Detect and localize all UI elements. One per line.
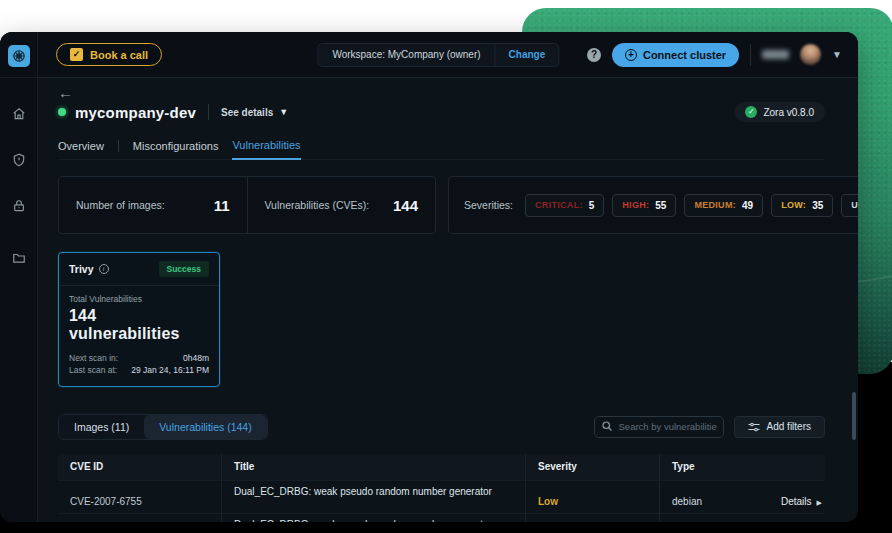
cluster-status-dot: [58, 108, 66, 116]
row-severity: Low: [525, 514, 659, 522]
search-input[interactable]: [594, 416, 724, 438]
row-title: Dual_EC_DRBG: weak pseudo random number …: [221, 514, 525, 522]
see-details-chevron-down-icon: ▼: [279, 107, 288, 117]
column-title: Title: [221, 454, 525, 480]
next-scan-value: 0h48m: [183, 352, 209, 364]
severity-pill-high[interactable]: HIGH: 55: [612, 194, 676, 217]
total-vulnerabilities-value: 144 vulnerabilities: [69, 307, 209, 343]
severity-critical-label: CRITICAL:: [535, 200, 583, 210]
version-badge: ✓ Zora v0.8.0: [734, 102, 825, 122]
topbar: ✓ Book a call Workspace: MyCompany (owne…: [38, 32, 858, 78]
severity-pill-medium[interactable]: MEDIUM: 49: [684, 194, 763, 217]
next-scan-label: Next scan in:: [69, 352, 118, 364]
table-tab-group: Images (11) Vulnerabilities (144): [58, 414, 268, 440]
connect-cluster-button[interactable]: + Connect cluster: [612, 43, 739, 67]
severity-medium-label: MEDIUM:: [694, 200, 736, 210]
table-row[interactable]: CVE-2007-6755 Dual_EC_DRBG: weak pseudo …: [58, 480, 825, 513]
stat-cves-value: 144: [393, 197, 418, 214]
stat-images-value: 11: [214, 197, 230, 214]
tab-overview[interactable]: Overview: [58, 140, 104, 159]
see-details-button[interactable]: See details ▼: [221, 107, 288, 118]
version-check-icon: ✓: [745, 106, 757, 118]
stat-cves-label: Vulnerabilities (CVEs):: [265, 199, 370, 211]
severity-unknown-label: UNKNOWN:: [851, 200, 858, 210]
shield-alert-icon[interactable]: [11, 152, 27, 168]
last-scan-label: Last scan at:: [69, 364, 117, 376]
user-menu-chevron-down-icon[interactable]: ▼: [832, 49, 842, 60]
severity-pill-low[interactable]: LOW: 35: [771, 194, 833, 217]
tab-vulnerabilities-table[interactable]: Vulnerabilities (144): [144, 415, 266, 439]
tab-images[interactable]: Images (11): [59, 415, 144, 439]
severities-card: Severities: CRITICAL: 5 HIGH: 55 MEDIUM:…: [448, 176, 858, 234]
avatar[interactable]: [800, 44, 821, 65]
scrollbar-thumb[interactable]: [852, 392, 856, 440]
app-window: ✓ Book a call Workspace: MyCompany (owne…: [0, 32, 858, 522]
book-a-call-button[interactable]: ✓ Book a call: [56, 43, 162, 66]
stat-cves: Vulnerabilities (CVEs): 144: [247, 177, 436, 233]
book-a-call-label: Book a call: [90, 49, 148, 61]
row-type: debian: [659, 514, 769, 522]
row-title: Dual_EC_DRBG: weak pseudo random number …: [221, 481, 525, 513]
header-divider: [208, 104, 209, 120]
table-controls: Images (11) Vulnerabilities (144) Add fi…: [58, 414, 825, 440]
sliders-icon: [748, 422, 760, 432]
severity-high-label: HIGH:: [622, 200, 649, 210]
tab-misconfigurations[interactable]: Misconfigurations: [133, 140, 219, 159]
details-label: Details: [781, 496, 812, 507]
main-column: ✓ Book a call Workspace: MyCompany (owne…: [38, 32, 858, 522]
trivy-card-body: Total Vulnerabilities 144 vulnerabilitie…: [59, 286, 219, 386]
trivy-scanner-card[interactable]: Trivy i Success Total Vulnerabilities 14…: [58, 252, 220, 387]
workspace-label: Workspace: MyCompany (owner): [318, 49, 494, 60]
add-filters-label: Add filters: [767, 421, 811, 432]
row-cve-id: CVE-2007-6755: [58, 514, 221, 522]
add-filters-button[interactable]: Add filters: [734, 416, 825, 438]
folder-icon[interactable]: [11, 250, 27, 266]
topbar-divider: [750, 44, 751, 66]
severities-label: Severities:: [464, 199, 513, 211]
help-icon[interactable]: ?: [587, 48, 601, 62]
vulnerabilities-table: CVE ID Title Severity Type CVE-2007-6755…: [58, 454, 825, 522]
row-type: debian: [659, 481, 769, 513]
stats-card: Number of images: 11 Vulnerabilities (CV…: [58, 176, 436, 234]
user-name-blurred: [762, 50, 789, 59]
calendar-icon: ✓: [70, 48, 83, 61]
severity-medium-count: 49: [742, 200, 753, 211]
back-arrow-icon[interactable]: ←: [58, 84, 73, 101]
severity-pill-unknown[interactable]: UNKNOWN: 0: [841, 194, 858, 217]
sidebar-divider: [0, 77, 38, 78]
home-icon[interactable]: [11, 106, 27, 122]
tabs-divider: [118, 140, 119, 152]
severity-high-count: 55: [655, 200, 666, 211]
details-button[interactable]: Details▶: [769, 481, 834, 513]
info-icon[interactable]: i: [99, 264, 109, 274]
workspace-pill: Workspace: MyCompany (owner) Change: [317, 43, 559, 67]
cluster-header: mycompany-dev See details ▼ ✓ Zora v0.8.…: [58, 100, 825, 124]
column-severity: Severity: [525, 454, 659, 480]
workspace-change-link[interactable]: Change: [495, 44, 559, 66]
lock-icon[interactable]: [11, 198, 27, 214]
connect-cluster-label: Connect cluster: [643, 49, 726, 61]
topbar-right-group: ? + Connect cluster ▼: [587, 43, 842, 67]
stats-row: Number of images: 11 Vulnerabilities (CV…: [58, 176, 825, 234]
content: ← mycompany-dev See details ▼ ✓ Zora v0.…: [38, 78, 858, 522]
row-severity: Low: [525, 481, 659, 513]
total-vulnerabilities-label: Total Vulnerabilities: [69, 294, 209, 304]
severity-low-count: 35: [812, 200, 823, 211]
details-button[interactable]: Details▶: [769, 514, 834, 522]
status-badge: Success: [159, 261, 210, 277]
column-cve-id: CVE ID: [58, 454, 221, 480]
column-type: Type: [659, 454, 825, 480]
severity-critical-count: 5: [589, 200, 595, 211]
sidebar: [0, 32, 38, 522]
zora-logo[interactable]: [8, 45, 30, 67]
chevron-right-icon: ▶: [817, 499, 822, 506]
severity-pill-critical[interactable]: CRITICAL: 5: [525, 194, 604, 217]
table-row[interactable]: CVE-2007-6755 Dual_EC_DRBG: weak pseudo …: [58, 513, 825, 522]
severity-low-label: LOW:: [781, 200, 806, 210]
stat-number-of-images: Number of images: 11: [59, 177, 247, 233]
see-details-label: See details: [221, 107, 273, 118]
version-label: Zora v0.8.0: [763, 107, 814, 118]
last-scan-value: 29 Jan 24, 16:11 PM: [131, 364, 209, 376]
trivy-card-header: Trivy i Success: [59, 253, 219, 286]
tab-vulnerabilities[interactable]: Vulnerabilities: [232, 139, 300, 160]
